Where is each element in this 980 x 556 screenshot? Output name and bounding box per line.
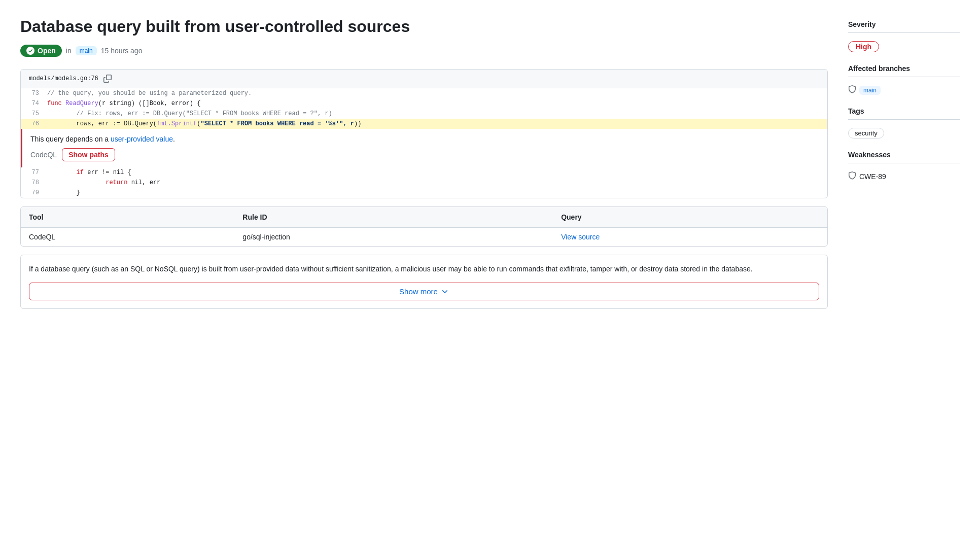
rule-value: go/sql-injection [234, 228, 553, 247]
page-title: Database query built from user-controlle… [20, 16, 828, 37]
description-box: If a database query (such as an SQL or N… [20, 255, 828, 309]
code-line-74: 74 func ReadQuery(r string) ([]Book, err… [21, 98, 827, 109]
file-path: models/models.go:76 [29, 75, 98, 82]
chevron-down-icon [441, 288, 449, 296]
main-content: Database query built from user-controlle… [20, 16, 828, 309]
code-body: 73 // the query, you should be using a p… [21, 88, 827, 129]
weakness-shield-icon [848, 171, 856, 181]
tool-table: Tool Rule ID Query CodeQL go/sql-injecti… [21, 207, 827, 246]
code-line-76: 76 rows, err := DB.Query(fmt.Sprintf("SE… [21, 119, 827, 129]
weakness-item: CWE-89 [848, 171, 960, 181]
weakness-value: CWE-89 [859, 172, 886, 181]
sidebar-branches-section: Affected branches main [848, 64, 960, 95]
tags-label: Tags [848, 107, 960, 115]
code-line-75: 75 // Fix: rows, err := DB.Query("SELECT… [21, 109, 827, 119]
code-container: models/models.go:76 73 // the query, you… [20, 69, 828, 198]
tool-value: CodeQL [21, 228, 234, 247]
alert-text: This query depends on a user-provided va… [30, 135, 819, 143]
weaknesses-label: Weaknesses [848, 151, 960, 159]
sidebar-divider-2 [848, 77, 960, 77]
sidebar: Severity High Affected branches main Tag… [848, 16, 960, 309]
tool-table-container: Tool Rule ID Query CodeQL go/sql-injecti… [20, 206, 828, 247]
code-line-79: 79 } [21, 188, 827, 198]
severity-label: Severity [848, 20, 960, 28]
query-value: View source [553, 228, 827, 247]
show-more-button[interactable]: Show more [29, 283, 819, 300]
status-bar: Open in main 15 hours ago [20, 45, 828, 57]
sidebar-divider-3 [848, 119, 960, 120]
alert-footer: CodeQL Show paths [30, 148, 819, 161]
sidebar-severity-section: Severity High [848, 20, 960, 52]
tool-row: CodeQL go/sql-injection View source [21, 228, 827, 247]
time-ago: 15 hours ago [101, 47, 143, 55]
code-line-77: 77 if err != nil { [21, 167, 827, 178]
in-label: in [66, 47, 72, 55]
description-text: If a database query (such as an SQL or N… [21, 255, 827, 283]
open-label: Open [38, 47, 56, 55]
sidebar-divider-1 [848, 32, 960, 33]
code-line-78: 78 return nil, err [21, 178, 827, 188]
open-badge: Open [20, 45, 62, 57]
branch-tag: main [76, 46, 97, 55]
code-body-after: 77 if err != nil { 78 return nil, err 79… [21, 167, 827, 198]
shield-icon [848, 85, 856, 95]
tool-header: Tool [21, 207, 234, 228]
rule-header: Rule ID [234, 207, 553, 228]
code-header: models/models.go:76 [21, 70, 827, 88]
show-paths-button[interactable]: Show paths [62, 148, 115, 161]
code-line-73: 73 // the query, you should be using a p… [21, 88, 827, 98]
sidebar-divider-4 [848, 163, 960, 163]
sidebar-tags-section: Tags security [848, 107, 960, 138]
copy-button[interactable] [102, 74, 113, 84]
alert-tool-label: CodeQL [30, 151, 57, 159]
user-provided-link[interactable]: user-provided value [111, 135, 173, 143]
page-layout: Database query built from user-controlle… [20, 16, 960, 309]
sidebar-weaknesses-section: Weaknesses CWE-89 [848, 151, 960, 181]
branch-name: main [859, 86, 881, 95]
tag-chip: security [848, 128, 884, 138]
alert-block: This query depends on a user-provided va… [21, 129, 827, 167]
branches-label: Affected branches [848, 64, 960, 73]
view-source-link[interactable]: View source [561, 233, 600, 241]
branch-item: main [848, 85, 960, 95]
severity-badge: High [848, 41, 879, 52]
shield-check-icon [26, 47, 34, 55]
query-header: Query [553, 207, 827, 228]
